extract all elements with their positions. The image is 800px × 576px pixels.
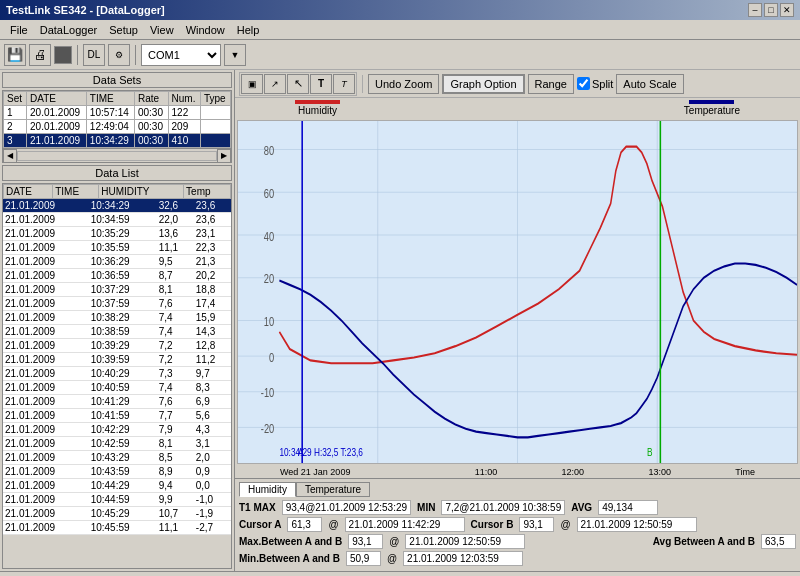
- undo-zoom-button[interactable]: Undo Zoom: [368, 74, 439, 94]
- graph-icon-arrow[interactable]: ↖: [287, 74, 309, 94]
- datalist-row[interactable]: 21.01.2009 10:36:59 8,7 20,2: [3, 269, 231, 283]
- split-checkbox[interactable]: [577, 77, 590, 90]
- dl-date: 21.01.2009: [3, 367, 89, 381]
- ds-set: 2: [4, 120, 27, 134]
- datalist-row[interactable]: 21.01.2009 10:37:29 8,1 18,8: [3, 283, 231, 297]
- dl-date: 21.01.2009: [3, 465, 89, 479]
- datasets-scroll: Set DATE TIME Rate Num. Type 1 20.01.200…: [3, 91, 231, 148]
- datalist-row[interactable]: 21.01.2009 10:35:59 11,1 22,3: [3, 241, 231, 255]
- datalist-row[interactable]: 21.01.2009 10:45:59 11,1 -2,7: [3, 521, 231, 535]
- datalist-scroll[interactable]: 21.01.2009 10:34:29 32,6 23,6 21.01.2009…: [3, 199, 231, 568]
- max-between-label: Max.Between A and B: [239, 536, 342, 547]
- menu-view[interactable]: View: [144, 23, 180, 37]
- graph-area: Humidity Temperature: [235, 98, 800, 478]
- hscroll-right[interactable]: ▶: [217, 149, 231, 163]
- datalist-row[interactable]: 21.01.2009 10:42:29 7,9 4,3: [3, 423, 231, 437]
- datalist-row[interactable]: 21.01.2009 10:35:29 13,6 23,1: [3, 227, 231, 241]
- maximize-button[interactable]: □: [764, 3, 778, 17]
- dl-date: 21.01.2009: [3, 409, 89, 423]
- datalist-row[interactable]: 21.01.2009 10:43:29 8,5 2,0: [3, 451, 231, 465]
- graph-option-button[interactable]: Graph Option: [442, 74, 524, 94]
- datalist-row[interactable]: 21.01.2009 10:38:29 7,4 15,9: [3, 311, 231, 325]
- print-button[interactable]: 🖨: [29, 44, 51, 66]
- dl-col-humidity: HUMIDITY: [99, 185, 184, 199]
- datalist-header: Data List: [2, 165, 232, 181]
- dataset-row[interactable]: 1 20.01.2009 10:57:14 00:30 122: [4, 106, 231, 120]
- dl-humidity: 7,9: [157, 423, 194, 437]
- dl-time: 10:39:29: [89, 339, 157, 353]
- minimize-button[interactable]: –: [748, 3, 762, 17]
- graph-icon-t[interactable]: T: [310, 74, 332, 94]
- chart-container[interactable]: 80 60 40 20 10 0 -10 -20: [237, 120, 798, 464]
- datalist-row[interactable]: 21.01.2009 10:39:29 7,2 12,8: [3, 339, 231, 353]
- temperature-legend-line: [689, 100, 734, 104]
- hscroll-track[interactable]: [17, 151, 217, 161]
- dl-temp: 2,0: [194, 451, 231, 465]
- dataset-row[interactable]: 2 20.01.2009 12:49:04 00:30 209: [4, 120, 231, 134]
- logger-setup-button[interactable]: ⚙: [108, 44, 130, 66]
- graph-icon-t2[interactable]: T: [333, 74, 355, 94]
- range-button[interactable]: Range: [528, 74, 574, 94]
- datalist-row[interactable]: 21.01.2009 10:41:59 7,7 5,6: [3, 409, 231, 423]
- svg-text:40: 40: [264, 229, 274, 243]
- auto-scale-button[interactable]: Auto Scale: [616, 74, 683, 94]
- datalist-row[interactable]: 21.01.2009 10:40:29 7,3 9,7: [3, 367, 231, 381]
- dl-date: 21.01.2009: [3, 339, 89, 353]
- menu-window[interactable]: Window: [180, 23, 231, 37]
- datalist-wrapper: DATE TIME HUMIDITY Temp 21.01.2009 10:34…: [2, 183, 232, 569]
- x-tick-3: 13:00: [648, 467, 671, 477]
- datalist-table: 21.01.2009 10:34:29 32,6 23,6 21.01.2009…: [3, 199, 231, 535]
- datalist-row[interactable]: 21.01.2009 10:42:59 8,1 3,1: [3, 437, 231, 451]
- dl-time: 10:41:59: [89, 409, 157, 423]
- stats-area: Humidity Temperature T1 MAX 93,4@21.01.2…: [235, 478, 800, 571]
- tab-temperature[interactable]: Temperature: [296, 482, 370, 497]
- col-num: Num.: [168, 92, 200, 106]
- x-axis-label: Time: [735, 467, 755, 477]
- hscroll-left[interactable]: ◀: [3, 149, 17, 163]
- dl-date: 21.01.2009: [3, 507, 89, 521]
- datalist-row[interactable]: 21.01.2009 10:45:29 10,7 -1,9: [3, 507, 231, 521]
- graph-icon-1[interactable]: ▣: [241, 74, 263, 94]
- datalist-row[interactable]: 21.01.2009 10:38:59 7,4 14,3: [3, 325, 231, 339]
- menu-setup[interactable]: Setup: [103, 23, 144, 37]
- ds-type: [200, 106, 230, 120]
- dataset-row[interactable]: 3 21.01.2009 10:34:29 00:30 410: [4, 134, 231, 148]
- download-button[interactable]: DL: [83, 44, 105, 66]
- save-button[interactable]: 💾: [4, 44, 26, 66]
- graph-toolbar: ▣ ↗ ↖ T T Undo Zoom Graph Option Range S…: [235, 70, 800, 98]
- dl-humidity: 11,1: [157, 521, 194, 535]
- dl-time: 10:38:29: [89, 311, 157, 325]
- dl-temp: 17,4: [194, 297, 231, 311]
- dl-time: 10:42:59: [89, 437, 157, 451]
- datalist-row[interactable]: 21.01.2009 10:34:29 32,6 23,6: [3, 199, 231, 213]
- datalist-row[interactable]: 21.01.2009 10:40:59 7,4 8,3: [3, 381, 231, 395]
- avg-between-value: 63,5: [761, 534, 796, 549]
- dl-temp: 9,7: [194, 367, 231, 381]
- min-between-time: 21.01.2009 12:03:59: [403, 551, 523, 566]
- com-port-select[interactable]: COM1: [141, 44, 221, 66]
- tab-humidity[interactable]: Humidity: [239, 482, 296, 497]
- datalist-row[interactable]: 21.01.2009 10:41:29 7,6 6,9: [3, 395, 231, 409]
- com-dropdown-btn[interactable]: ▼: [224, 44, 246, 66]
- datalist-row[interactable]: 21.01.2009 10:34:59 22,0 23,6: [3, 213, 231, 227]
- datalist-row[interactable]: 21.01.2009 10:39:59 7,2 11,2: [3, 353, 231, 367]
- dl-time: 10:35:29: [89, 227, 157, 241]
- datalist-row[interactable]: 21.01.2009 10:43:59 8,9 0,9: [3, 465, 231, 479]
- svg-text:60: 60: [264, 187, 274, 201]
- menu-datalogger[interactable]: DataLogger: [34, 23, 104, 37]
- datalist-row[interactable]: 21.01.2009 10:37:59 7,6 17,4: [3, 297, 231, 311]
- datalist-row[interactable]: 21.01.2009 10:44:29 9,4 0,0: [3, 479, 231, 493]
- stop-button[interactable]: [54, 46, 72, 64]
- dl-temp: 5,6: [194, 409, 231, 423]
- graph-icon-2[interactable]: ↗: [264, 74, 286, 94]
- menu-help[interactable]: Help: [231, 23, 266, 37]
- datasets-header: Data Sets: [2, 72, 232, 88]
- datalist-row[interactable]: 21.01.2009 10:36:29 9,5 21,3: [3, 255, 231, 269]
- dl-humidity: 9,4: [157, 479, 194, 493]
- dl-time: 10:40:29: [89, 367, 157, 381]
- menu-file[interactable]: File: [4, 23, 34, 37]
- ds-time: 10:57:14: [86, 106, 134, 120]
- close-button[interactable]: ✕: [780, 3, 794, 17]
- datalist-row[interactable]: 21.01.2009 10:44:59 9,9 -1,0: [3, 493, 231, 507]
- dl-time: 10:45:29: [89, 507, 157, 521]
